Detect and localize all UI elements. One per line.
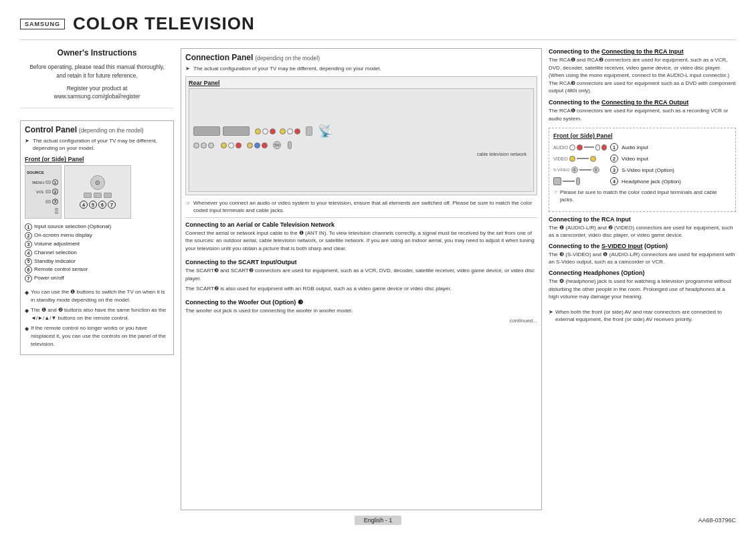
connecting-woofer-title: Connecting to the Woofer Out (Option) ❸ <box>185 299 537 306</box>
connecting-aerial-text: Connect the aerial or network input cabl… <box>185 229 537 253</box>
front-side-panel-box: Front (or Side) Panel AUDIO 1 Au <box>549 128 736 211</box>
owners-instructions: Owner's Instructions Before operating, p… <box>20 48 174 108</box>
model-number: AA68-03796C <box>698 517 736 524</box>
panel-right-diagram: ⊙ 4 5 6 7 <box>64 165 131 219</box>
connecting-aerial-title: Connecting to an Aerial or Cable Televis… <box>185 221 537 228</box>
control-panel-section: Control Panel (depending on the model) T… <box>20 120 174 355</box>
rca-input-section: Connecting to the Connecting to the RCA … <box>549 48 736 122</box>
rca-output-title: Connecting to the Connecting to the RCA … <box>549 99 736 106</box>
list-item: 3 Volume adjustment <box>25 240 169 249</box>
input-row-audio: AUDIO 1 Audio input <box>553 143 731 151</box>
list-item: 1 Input source selection (Optional) <box>25 223 169 231</box>
rca-input-text: The RCA❶ and RCA❷ connectors are used fo… <box>549 56 736 95</box>
connection-panel-section: Connection Panel (depending on the model… <box>181 48 542 510</box>
middle-column: Connection Panel (depending on the model… <box>181 48 542 510</box>
list-item: 7 Power on/off <box>25 274 169 283</box>
front-side-footer-note: ☞ Please be sure to match the color code… <box>553 189 731 203</box>
header: SAMSUNG COLOR TELEVISION <box>20 13 736 40</box>
rear-panel-title: Rear Panel <box>189 80 534 86</box>
owners-title: Owner's Instructions <box>20 48 174 58</box>
connecting-scart-title: Connecting to the SCART Input/Output <box>185 259 537 265</box>
connection-panel-title: Connection Panel <box>185 53 253 62</box>
main-content: Owner's Instructions Before operating, p… <box>20 48 736 510</box>
list-item: 6 Remote control sensor <box>25 265 169 274</box>
owners-url: www.samsung.com/global/register <box>54 93 140 100</box>
brand-name: SAMSUNG <box>20 19 65 29</box>
front-side-panel-title: Front (or Side) Panel <box>553 132 731 139</box>
numbered-list: 1 Input source selection (Optional) 2 On… <box>25 223 169 283</box>
rca-output-text: The RCA❶ connectors are used for equipme… <box>549 107 736 122</box>
connecting-woofer-text: The woofer out jack is used for connecti… <box>185 307 537 315</box>
connection-panel-note: The actual configuration of your TV may … <box>185 65 537 72</box>
left-column: Owner's Instructions Before operating, p… <box>20 48 174 510</box>
connection-note: ☞ Whenever you connect an audio or video… <box>185 199 537 214</box>
page: SAMSUNG COLOR TELEVISION Owner's Instruc… <box>0 0 756 535</box>
continued-label: continued... <box>185 318 537 324</box>
input-row-video: VIDEO 2 Video input <box>553 154 731 163</box>
divider <box>185 217 537 218</box>
cable-label: cable television network <box>477 152 527 156</box>
rca-input2-text: The ❶ (AUDIO-L/R) and ❷ (VIDEO) connecto… <box>549 224 736 239</box>
headphones-title: Connecting Headphones (Option) <box>549 270 736 276</box>
svideo-text: The ❸ (S-VIDEO) and ❶ (AUDIO-L/R) connec… <box>549 251 736 266</box>
rear-panel-box: Rear Panel <box>185 76 537 195</box>
control-panel-note: The actual configuration of your TV may … <box>25 137 169 152</box>
list-item: 5 Standby indicator <box>25 257 169 266</box>
samsung-logo: SAMSUNG <box>20 19 65 29</box>
input-row-svideo: S-VIDEO S S 3 S-Video input (Option) <box>553 166 731 174</box>
input-row-headphone: 4 Headphone jack (Option) <box>553 177 731 185</box>
svideo-title: Connecting to the S-VIDEO InputConnectin… <box>549 243 736 249</box>
footer-tip: ➤ When both the front (or side) AV and r… <box>549 308 736 323</box>
connection-panel-subtitle: (depending on the model) <box>255 55 320 62</box>
owners-text: Before operating, please read this manua… <box>20 63 174 80</box>
control-panel-diagram: SOURCE MENU 1 VOL 2 <box>25 165 169 219</box>
bullet-section: ◆ You can use the ❶ buttons to switch th… <box>25 288 169 348</box>
panel-left-diagram: SOURCE MENU 1 VOL 2 <box>25 165 62 219</box>
connecting-scart-text2: The SCART❷ is also used for equipment wi… <box>185 285 537 293</box>
control-panel-subtitle: (depending on the model) <box>79 127 144 134</box>
rear-panel-diagram: 📡 <box>189 88 534 192</box>
page-number: English - 1 <box>355 516 402 525</box>
headphones-text: The ❹ (headphone) jack is used for watch… <box>549 278 736 301</box>
main-title: COLOR TELEVISION <box>73 13 255 34</box>
connecting-scart-text1: The SCART❸ and SCART❷ connectors are use… <box>185 267 537 282</box>
rca-input-title: Connecting to the Connecting to the RCA … <box>549 48 736 55</box>
rca-input2-title: Connecting to the RCA Input <box>549 216 736 223</box>
front-panel-label: Front (or Side) Panel <box>25 156 169 163</box>
page-footer: English - 1 AA68-03796C <box>20 516 736 525</box>
control-panel-title: Control Panel <box>25 125 77 134</box>
list-item: 2 On-screen menu display <box>25 231 169 240</box>
list-item: 4 Channel selection <box>25 249 169 257</box>
right-column: Connecting to the Connecting to the RCA … <box>549 48 736 510</box>
